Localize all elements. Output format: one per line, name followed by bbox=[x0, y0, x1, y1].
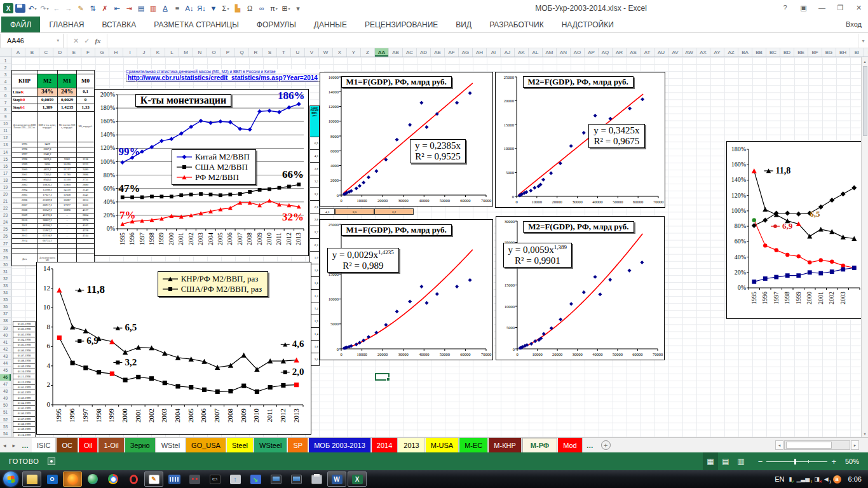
sheet-tab-Steel[interactable]: Steel bbox=[227, 438, 254, 452]
column-header-AU[interactable]: AU bbox=[654, 48, 668, 57]
cell[interactable]: 01.02.1998 bbox=[13, 327, 36, 332]
cell[interactable]: – bbox=[58, 234, 77, 239]
volume-icon[interactable]: ◀) bbox=[824, 476, 829, 482]
cell[interactable]: – bbox=[58, 224, 77, 229]
sheet-tab-М-РФ[interactable]: М-РФ bbox=[522, 438, 557, 452]
cell[interactable]: 4,3 bbox=[320, 208, 335, 215]
ribbon-tab-ГЛАВНАЯ[interactable]: ГЛАВНАЯ bbox=[40, 17, 93, 32]
forward-icon[interactable]: → bbox=[64, 3, 74, 14]
column-header-W[interactable]: W bbox=[319, 48, 333, 57]
cell[interactable]: 4127 bbox=[77, 208, 95, 214]
sheet-tab-M-USA[interactable]: M-USA bbox=[426, 438, 459, 452]
remote-desktop-icon[interactable] bbox=[287, 471, 306, 487]
cell[interactable]: 01.03.1998 bbox=[13, 332, 36, 337]
cell[interactable]: 2007,8 bbox=[37, 147, 58, 152]
normal-view-button[interactable]: ▦ bbox=[703, 452, 718, 470]
cell[interactable]: 12800 bbox=[58, 183, 77, 188]
row-header-1[interactable]: 1 bbox=[0, 57, 11, 64]
horizontal-scrollbar[interactable]: ◂▸ bbox=[775, 440, 859, 450]
cell[interactable]: 2001 bbox=[12, 173, 37, 178]
column-header-AK[interactable]: AK bbox=[515, 48, 529, 57]
cell[interactable]: 1999 bbox=[12, 163, 37, 168]
cell[interactable]: 2011 bbox=[12, 224, 37, 229]
column-header-AZ[interactable]: AZ bbox=[724, 48, 738, 57]
cell[interactable]: 26917,2 bbox=[37, 203, 58, 208]
cell[interactable]: 01.01.1999 bbox=[13, 385, 36, 390]
outlook-icon[interactable]: O bbox=[43, 471, 62, 487]
row-header-42[interactable]: 42 bbox=[0, 346, 11, 353]
source-note-link[interactable]: http://www.cbr.ru/statistics/credit_stat… bbox=[126, 74, 324, 82]
cell[interactable]: 3341 bbox=[77, 193, 95, 198]
cell[interactable]: 66755,1 bbox=[37, 239, 58, 244]
row-header-35[interactable]: 35 bbox=[0, 297, 11, 304]
row-header-44[interactable]: 44 bbox=[0, 360, 11, 367]
horizontal-scroll-thumb[interactable] bbox=[786, 442, 832, 449]
cell[interactable]: 01.02.1999 bbox=[13, 390, 36, 395]
cell[interactable]: 2014 bbox=[12, 239, 37, 244]
sheet-tab-Зерно[interactable]: Зерно bbox=[125, 438, 156, 452]
cell[interactable]: 2,3 bbox=[309, 239, 320, 252]
row-header-37[interactable]: 37 bbox=[0, 311, 11, 318]
cell[interactable]: 01.06.1999 bbox=[13, 411, 36, 416]
cell[interactable]: 33247,2 bbox=[37, 208, 58, 214]
row-header-12[interactable]: 12 bbox=[0, 135, 11, 142]
column-header-E[interactable]: E bbox=[67, 48, 81, 57]
column-header-S[interactable]: S bbox=[263, 48, 277, 57]
row-header-6[interactable]: 6 bbox=[0, 92, 11, 99]
column-header-BD[interactable]: BD bbox=[780, 48, 794, 57]
cell[interactable]: 12028 bbox=[58, 193, 77, 198]
row-header-30[interactable]: 30 bbox=[0, 261, 11, 268]
embedded-chart-monetization[interactable]: 0%20%40%60%80%100%120%140%160%180%200%19… bbox=[94, 89, 309, 256]
cell[interactable]: 2480 bbox=[77, 168, 95, 173]
column-header-AJ[interactable]: AJ bbox=[501, 48, 515, 57]
row-header-21[interactable]: 21 bbox=[0, 198, 11, 205]
tab-scroll-right-icon[interactable]: ▸ bbox=[10, 442, 19, 449]
command-prompt-icon[interactable]: C:\ bbox=[205, 471, 224, 487]
cell[interactable] bbox=[77, 244, 95, 249]
cell[interactable]: Line K bbox=[12, 88, 37, 97]
delete-columns-icon[interactable]: ▥ bbox=[148, 3, 158, 14]
cell[interactable]: 6,5 bbox=[335, 208, 374, 215]
column-header-AW[interactable]: AW bbox=[682, 48, 696, 57]
column-header-G[interactable]: G bbox=[95, 48, 109, 57]
cell[interactable]: 2,8 bbox=[309, 214, 320, 226]
system-monitor-icon[interactable] bbox=[266, 471, 285, 487]
cell[interactable]: 2,7 bbox=[309, 226, 320, 239]
zoom-out-button[interactable]: − bbox=[758, 457, 763, 466]
horizontal-scroll-track[interactable] bbox=[784, 440, 850, 450]
column-header-AG[interactable]: AG bbox=[459, 48, 473, 57]
column-header-AL[interactable]: AL bbox=[529, 48, 543, 57]
cell[interactable]: 01.05.1998 bbox=[13, 342, 36, 348]
scroll-left-icon[interactable]: ◂ bbox=[775, 440, 783, 450]
row-header-19[interactable]: 19 bbox=[0, 184, 11, 191]
cell[interactable]: 4102 bbox=[77, 224, 95, 229]
column-header-R[interactable]: R bbox=[249, 48, 263, 57]
column-header-BF[interactable]: BF bbox=[808, 48, 822, 57]
cell[interactable]: 1,33 bbox=[77, 104, 95, 112]
column-header-AB[interactable]: AB bbox=[389, 48, 403, 57]
embedded-chart-m1-power[interactable]: 0500010000150002000025000010000200003000… bbox=[320, 219, 493, 360]
name-box[interactable]: AA46 ▾ bbox=[0, 34, 64, 48]
on-screen-keyboard-icon[interactable] bbox=[165, 471, 184, 487]
network-status-icon[interactable]: ▁▃▅! bbox=[796, 476, 810, 482]
cell[interactable]: 2007 bbox=[12, 203, 37, 208]
cell[interactable]: 01.09.1998 bbox=[13, 364, 36, 369]
insert-row-icon[interactable]: ⇤ bbox=[112, 3, 122, 14]
back-icon[interactable]: ← bbox=[51, 3, 62, 14]
row-header-18[interactable]: 18 bbox=[0, 177, 11, 184]
cell[interactable] bbox=[37, 244, 58, 249]
cell[interactable]: 01.06.1998 bbox=[13, 348, 36, 353]
tab-overflow-right[interactable]: … bbox=[583, 442, 597, 449]
cell[interactable]: – bbox=[58, 219, 77, 224]
cell[interactable] bbox=[58, 249, 77, 254]
cell[interactable]: 12310 bbox=[58, 178, 77, 183]
undo-dropdown-icon[interactable]: ▾ bbox=[35, 6, 37, 11]
cell[interactable]: Дата bbox=[12, 254, 37, 266]
column-header-L[interactable]: L bbox=[165, 48, 179, 57]
column-header-N[interactable]: N bbox=[193, 48, 207, 57]
sheet-tab-1-Oil[interactable]: 1-Oil bbox=[98, 438, 124, 452]
cell[interactable] bbox=[58, 239, 77, 244]
column-header-X[interactable]: X bbox=[333, 48, 347, 57]
column-header-I[interactable]: I bbox=[123, 48, 137, 57]
cell[interactable]: 2342,2 bbox=[37, 152, 58, 158]
